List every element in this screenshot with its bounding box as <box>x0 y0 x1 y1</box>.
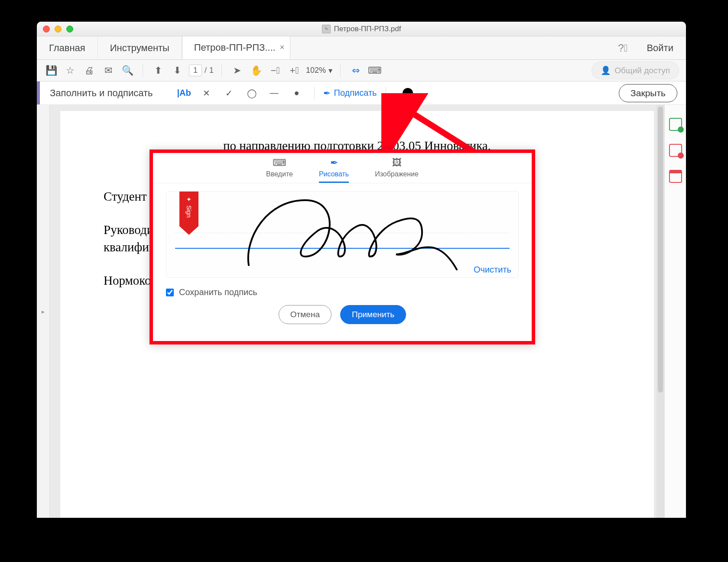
fill-sign-toolbar: Заполнить и подписать |Ab ✕ ✓ ◯ ― ● ✒︎ П… <box>37 81 686 105</box>
page-indicator: 1 / 1 <box>189 65 214 76</box>
create-pdf-icon[interactable] <box>669 144 682 157</box>
share-button[interactable]: 👤 Общий доступ <box>592 62 679 79</box>
separator <box>386 87 386 100</box>
tabs-bar: Главная Инструменты Петров-ПП-РПЗ.... × … <box>37 36 686 60</box>
login-button[interactable]: Войти <box>634 36 686 59</box>
total-pages: 1 <box>209 66 214 75</box>
save-signature-row: Сохранить подпись <box>166 287 519 297</box>
tab-document[interactable]: Петров-ПП-РПЗ.... × <box>182 36 290 59</box>
dialog-buttons: Отмена Применить <box>166 305 519 324</box>
circle-tool-icon[interactable]: ◯ <box>243 84 260 102</box>
separator <box>314 87 315 100</box>
edit-pdf-icon[interactable] <box>669 170 682 183</box>
zoom-value: 102% <box>306 66 326 75</box>
help-button[interactable]: ?⃝ <box>611 36 634 59</box>
sign-label: Подписать <box>334 88 377 98</box>
check-mark-icon[interactable]: ✓ <box>221 84 238 102</box>
x-mark-icon[interactable]: ✕ <box>198 84 215 102</box>
adobe-logo-icon: ✦ <box>186 196 192 203</box>
scrollbar-thumb[interactable] <box>658 107 663 393</box>
tab-tools[interactable]: Инструменты <box>98 36 182 59</box>
separator <box>340 64 341 77</box>
keyboard-icon: ⌨ <box>273 157 286 169</box>
tab-close-icon[interactable]: × <box>280 43 285 52</box>
sig-tab-draw[interactable]: ✒︎ Рисовать <box>319 157 349 183</box>
export-pdf-icon[interactable] <box>669 118 682 131</box>
tab-document-label: Петров-ПП-РПЗ.... <box>194 42 276 53</box>
vertical-scrollbar[interactable] <box>656 105 664 518</box>
page-up-icon[interactable]: ⬆ <box>151 63 166 78</box>
page-down-icon[interactable]: ⬇ <box>170 63 185 78</box>
fill-sign-title: Заполнить и подписать <box>50 88 153 99</box>
window-title: ✎ Петров-ПП-РПЗ.pdf <box>322 25 401 33</box>
chevron-down-icon: ▾ <box>328 66 332 75</box>
draw-icon: ✒︎ <box>330 157 338 169</box>
sig-tab-type[interactable]: ⌨ Введите <box>266 157 293 183</box>
save-icon[interactable]: 💾 <box>44 63 58 78</box>
signature-body: ✦ Sign Очистить Сохранить подпись Отмена… <box>153 183 532 341</box>
clear-signature-button[interactable]: Очистить <box>474 265 511 275</box>
minimize-window-button[interactable] <box>55 26 62 32</box>
pdf-file-icon: ✎ <box>322 25 331 33</box>
window-controls <box>43 22 73 36</box>
share-icon: 👤 <box>601 65 611 75</box>
close-window-button[interactable] <box>43 26 50 32</box>
signature-tabs: ⌨ Введите ✒︎ Рисовать 🖼 Изображение <box>153 153 532 183</box>
current-page-input[interactable]: 1 <box>189 65 202 76</box>
left-rail[interactable]: ▸ <box>37 105 50 518</box>
maximize-window-button[interactable] <box>66 26 73 32</box>
handwritten-signature <box>231 192 474 278</box>
save-signature-checkbox[interactable] <box>166 289 174 296</box>
mail-icon[interactable]: ✉ <box>101 63 116 78</box>
share-label: Общий доступ <box>614 66 670 75</box>
right-tools-rail <box>664 105 686 518</box>
cancel-button[interactable]: Отмена <box>279 305 332 324</box>
dot-tool-icon[interactable]: ● <box>288 84 306 102</box>
sig-tab-image[interactable]: 🖼 Изображение <box>375 157 419 183</box>
sign-bookmark: ✦ Sign <box>179 192 198 235</box>
help-icon: ?⃝ <box>618 42 627 54</box>
image-icon: 🖼 <box>392 157 402 169</box>
separator <box>221 64 222 77</box>
tab-home[interactable]: Главная <box>37 36 98 59</box>
zoom-in-icon[interactable]: +⃝ <box>287 63 302 78</box>
pointer-icon[interactable]: ➤ <box>230 63 244 78</box>
main-toolbar: 💾 ☆ 🖨 ✉ 🔍 ⬆ ⬇ 1 / 1 ➤ ✋ −⃝ +⃝ 102% ▾ ⇔ ⌨… <box>37 60 686 81</box>
hand-icon[interactable]: ✋ <box>249 63 263 78</box>
print-icon[interactable]: 🖨 <box>82 63 97 78</box>
text-tool-icon[interactable]: |Ab <box>176 84 193 102</box>
window-filename: Петров-ПП-РПЗ.pdf <box>334 25 401 33</box>
signature-dialog: ⌨ Введите ✒︎ Рисовать 🖼 Изображение ✦ Si… <box>150 149 535 344</box>
titlebar: ✎ Петров-ПП-РПЗ.pdf <box>37 22 686 36</box>
color-picker[interactable] <box>403 88 413 98</box>
keyboard-icon[interactable]: ⌨ <box>367 63 382 78</box>
close-fillsign-button[interactable]: Закрыть <box>619 84 677 102</box>
pen-icon: ✒︎ <box>323 88 331 98</box>
apply-button[interactable]: Применить <box>340 305 406 324</box>
search-icon[interactable]: 🔍 <box>120 63 135 78</box>
star-icon[interactable]: ☆ <box>63 63 78 78</box>
zoom-out-icon[interactable]: −⃝ <box>268 63 283 78</box>
zoom-dropdown[interactable]: 102% ▾ <box>306 66 332 75</box>
save-signature-label: Сохранить подпись <box>179 287 257 297</box>
sign-button[interactable]: ✒︎ Подписать <box>323 88 377 98</box>
signature-canvas[interactable]: ✦ Sign Очистить <box>166 191 519 278</box>
fit-width-icon[interactable]: ⇔ <box>348 63 363 78</box>
separator <box>143 64 143 77</box>
line-tool-icon[interactable]: ― <box>266 84 283 102</box>
